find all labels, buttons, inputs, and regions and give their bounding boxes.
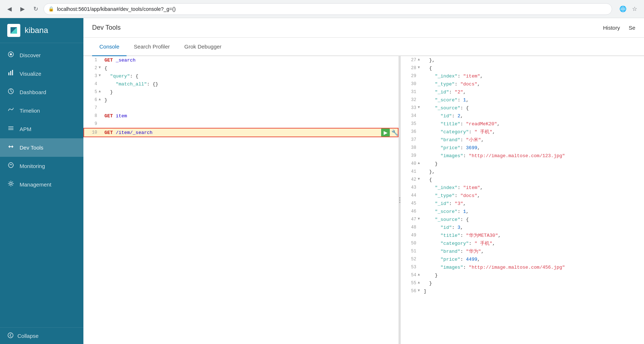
code-content-2: { xyxy=(102,66,399,71)
main-content: Dev Tools History Se Console Search Prof… xyxy=(83,18,644,344)
translate-button[interactable]: 🌐 xyxy=(618,4,628,14)
resp-content-53: "images": "http://image.maltose.com/456.… xyxy=(421,265,644,270)
response-panel[interactable]: 27▲ }, 28▼ { 29 "_index": "item", 30 xyxy=(401,56,644,344)
resp-line-51: 51 "brand": "华为", xyxy=(401,247,644,255)
resp-linenum-38: 38 xyxy=(401,145,421,150)
resp-linenum-33: 33▼ xyxy=(401,105,421,110)
resp-content-46: "_score": 1, xyxy=(421,209,644,214)
tab-search-profiler[interactable]: Search Profiler xyxy=(127,38,177,56)
sidebar-item-dashboard[interactable]: Dashboard xyxy=(0,83,83,101)
resp-linenum-54: 54▲ xyxy=(401,273,421,278)
collapse-button[interactable]: Collapse xyxy=(7,332,76,340)
code-content-8: GET item xyxy=(102,113,399,119)
sidebar-item-monitoring[interactable]: Monitoring xyxy=(0,157,83,175)
editor-panel[interactable]: 1 GET _search 2▼ { 3▼ "query": { 4 "matc… xyxy=(83,56,399,344)
resp-linenum-55: 55▲ xyxy=(401,281,421,286)
resp-line-49: 49 "title": "华为META30", xyxy=(401,231,644,239)
sidebar-item-timelion[interactable]: Timelion xyxy=(0,101,83,120)
apm-label: APM xyxy=(20,126,32,132)
svg-point-11 xyxy=(10,183,12,185)
wrench-button[interactable]: 🔧 xyxy=(391,129,399,136)
resp-line-53: 53 "images": "http://image.maltose.com/4… xyxy=(401,263,644,271)
code-line-9: 9 xyxy=(83,120,399,128)
lock-icon: 🔒 xyxy=(48,6,54,12)
resp-line-55: 55▲ } xyxy=(401,279,644,287)
resp-line-46: 46 "_score": 1, xyxy=(401,207,644,215)
code-line-5: 5▲ } xyxy=(83,88,399,96)
back-button[interactable]: ◀ xyxy=(4,4,15,14)
resp-line-48: 48 "id": 3, xyxy=(401,223,644,231)
sidebar-item-devtools[interactable]: Dev Tools xyxy=(0,138,83,157)
dashboard-icon xyxy=(7,88,15,96)
resp-linenum-46: 46 xyxy=(401,209,421,214)
resp-line-50: 50 "category": " 手机", xyxy=(401,239,644,247)
resp-line-47: 47▼ "_source": { xyxy=(401,215,644,223)
resp-content-55: } xyxy=(421,281,644,286)
run-button[interactable]: ▶ xyxy=(381,128,390,137)
discover-icon xyxy=(7,51,15,59)
resp-linenum-43: 43 xyxy=(401,185,421,190)
resp-line-56: 56▼ ] xyxy=(401,287,644,295)
collapse-label: Collapse xyxy=(17,333,38,339)
settings-link[interactable]: Se xyxy=(629,25,635,31)
svg-rect-5 xyxy=(10,71,11,75)
browser-chrome: ◀ ▶ ↻ 🔒 localhost:5601/app/kibana#/dev_t… xyxy=(0,0,644,18)
resp-linenum-49: 49 xyxy=(401,233,421,238)
resp-line-41: 41 }, xyxy=(401,168,644,176)
resp-line-38: 38 "price": 3699, xyxy=(401,144,644,152)
resp-linenum-47: 47▼ xyxy=(401,217,421,222)
resp-content-54: } xyxy=(421,273,644,278)
resp-linenum-31: 31 xyxy=(401,89,421,95)
code-line-4: 4 "match_all": {} xyxy=(83,80,399,88)
sidebar-logo: kibana xyxy=(0,18,83,43)
sidebar-footer: Collapse xyxy=(0,327,83,344)
resp-content-28: { xyxy=(421,66,644,71)
refresh-button[interactable]: ↻ xyxy=(30,4,41,14)
tab-grok-debugger[interactable]: Grok Debugger xyxy=(177,38,229,56)
line-num-7: 7 xyxy=(83,105,102,110)
devtools-title: Dev Tools xyxy=(92,24,121,32)
tabs-bar: Console Search Profiler Grok Debugger xyxy=(83,38,644,56)
collapse-icon xyxy=(7,332,14,340)
resp-content-44: "_type": "docs", xyxy=(421,193,644,198)
sidebar-item-management[interactable]: Management xyxy=(0,175,83,194)
timelion-icon xyxy=(7,106,15,115)
resp-content-27: }, xyxy=(421,58,644,63)
url-bar[interactable]: 🔒 localhost:5601/app/kibana#/dev_tools/c… xyxy=(44,3,612,15)
resp-linenum-44: 44 xyxy=(401,193,421,198)
tab-console[interactable]: Console xyxy=(92,38,127,56)
resp-linenum-42: 42▼ xyxy=(401,177,421,182)
code-line-10: 10 GET /item/_search ▶ 🔧 xyxy=(83,128,399,137)
resp-linenum-39: 39 xyxy=(401,153,421,158)
resp-line-45: 45 "_id": "3", xyxy=(401,200,644,207)
resp-line-52: 52 "price": 4499, xyxy=(401,255,644,263)
resp-content-51: "brand": "华为", xyxy=(421,248,644,255)
management-label: Management xyxy=(20,181,51,188)
tab-console-label: Console xyxy=(99,43,119,50)
resp-line-54: 54▲ } xyxy=(401,271,644,279)
monitoring-icon xyxy=(7,162,15,170)
resp-linenum-37: 37 xyxy=(401,137,421,142)
devtools-header-actions: History Se xyxy=(603,25,635,31)
resp-content-33: "_source": { xyxy=(421,105,644,111)
forward-button[interactable]: ▶ xyxy=(17,4,28,14)
resp-content-35: "title": "readMeK20", xyxy=(421,121,644,127)
visualize-icon xyxy=(7,70,15,78)
sidebar-item-visualize[interactable]: Visualize xyxy=(0,64,83,83)
tab-grok-debugger-label: Grok Debugger xyxy=(184,43,222,50)
resp-linenum-40: 40▲ xyxy=(401,161,421,166)
history-link[interactable]: History xyxy=(603,25,620,31)
line-num-10: 10 xyxy=(83,130,102,135)
sidebar-item-discover[interactable]: Discover xyxy=(0,46,83,64)
resp-content-36: "category": " 手机", xyxy=(421,129,644,135)
sidebar-item-apm[interactable]: APM xyxy=(0,120,83,138)
bookmark-button[interactable]: ☆ xyxy=(629,4,640,14)
resp-content-34: "id": 2, xyxy=(421,113,644,119)
code-line-8: 8 GET item xyxy=(83,112,399,120)
sidebar: kibana Discover Visualize Dashboard xyxy=(0,18,83,344)
resp-content-49: "title": "华为META30", xyxy=(421,232,644,239)
resp-linenum-45: 45 xyxy=(401,201,421,206)
resp-line-43: 43 "_index": "item", xyxy=(401,184,644,192)
svg-point-3 xyxy=(10,53,12,55)
url-text: localhost:5601/app/kibana#/dev_tools/con… xyxy=(57,6,176,12)
